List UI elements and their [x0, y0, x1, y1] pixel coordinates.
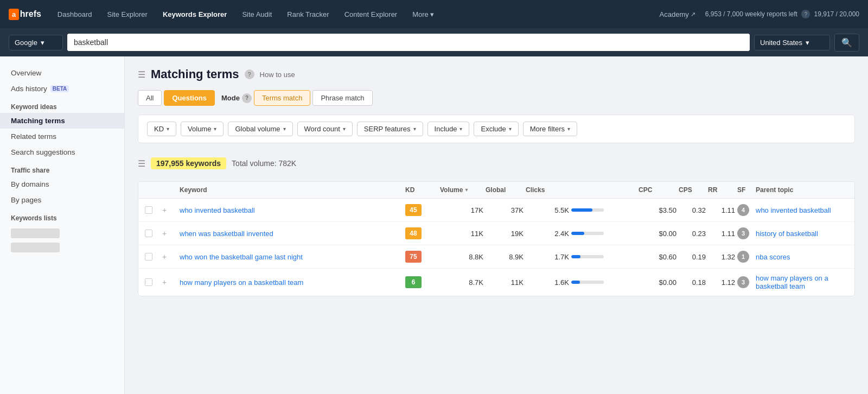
- search-bar: Google ▾ United States ▾ 🔍: [0, 28, 868, 56]
- row-add[interactable]: +: [162, 229, 177, 238]
- sidebar-ads-label: Ads history: [11, 85, 47, 93]
- sidebar-item-overview[interactable]: Overview: [0, 65, 124, 81]
- bar-fill: [571, 232, 584, 235]
- row-cps: 0.18: [679, 278, 706, 287]
- bar-track: [571, 281, 604, 284]
- row-clicks: 2.4K: [526, 230, 569, 238]
- sf-badge: 3: [737, 227, 749, 239]
- filter-volume[interactable]: Volume ▾: [181, 122, 224, 136]
- tab-phrase-match[interactable]: Phrase match: [312, 90, 372, 106]
- sidebar-item-ads-history[interactable]: Ads history BETA: [0, 81, 124, 97]
- parent-topic-link[interactable]: how many players on a basketball team: [756, 274, 828, 290]
- add-icon[interactable]: +: [162, 252, 167, 261]
- sidebar: Overview Ads history BETA Keyword ideas …: [0, 56, 125, 394]
- word-count-chevron-icon: ▾: [343, 126, 346, 132]
- parent-topic-link[interactable]: nba scores: [756, 253, 790, 261]
- parent-topic-link[interactable]: who invented basketball: [756, 206, 831, 214]
- keyword-link[interactable]: who invented basketball: [180, 206, 255, 214]
- row-cpc: $0.00: [639, 230, 676, 238]
- keyword-link[interactable]: how many players on a basketball team: [180, 278, 303, 287]
- nav-site-audit[interactable]: Site Audit: [237, 10, 277, 18]
- data-table: Keyword KD Volume ▼ Global Clicks CPC CP…: [138, 181, 855, 296]
- add-icon[interactable]: +: [162, 206, 167, 214]
- engine-select[interactable]: Google ▾: [9, 35, 63, 50]
- sort-icon[interactable]: ☰: [138, 158, 145, 169]
- nav-dashboard[interactable]: Dashboard: [52, 10, 98, 18]
- hamburger-icon[interactable]: ☰: [138, 69, 145, 80]
- row-kd: 75: [405, 251, 438, 263]
- row-volume: 17K: [440, 206, 483, 214]
- sidebar-item-by-pages[interactable]: By pages: [0, 192, 124, 208]
- row-clicks-bar: [571, 281, 636, 284]
- filter-global-volume[interactable]: Global volume ▾: [228, 122, 292, 136]
- nav-more[interactable]: More ▾: [407, 10, 439, 18]
- row-checkbox[interactable]: [145, 230, 160, 237]
- sidebar-by-domains-label: By domains: [11, 180, 49, 188]
- row-clicks-bar: [571, 255, 636, 258]
- col-volume-header[interactable]: Volume ▼: [440, 186, 483, 194]
- nav-rank-tracker[interactable]: Rank Tracker: [282, 10, 334, 18]
- row-checkbox[interactable]: [145, 278, 160, 286]
- table-header: Keyword KD Volume ▼ Global Clicks CPC CP…: [138, 182, 854, 199]
- volume-sort-icon: ▼: [464, 187, 469, 193]
- row-clicks-bar: [571, 208, 636, 212]
- search-button[interactable]: 🔍: [834, 34, 859, 52]
- tab-questions[interactable]: Questions: [164, 90, 215, 106]
- row-global: 19K: [486, 230, 524, 238]
- keyword-link[interactable]: when was basketball invented: [180, 230, 273, 238]
- row-add[interactable]: +: [162, 278, 177, 287]
- add-icon[interactable]: +: [162, 229, 167, 238]
- how-to-use-link[interactable]: How to use: [260, 71, 295, 79]
- col-cps-header: CPS: [679, 186, 706, 194]
- table-row: + when was basketball invented 48 11K 19…: [138, 222, 854, 245]
- col-rr-header: RR: [708, 186, 735, 194]
- row-rr: 1.32: [708, 253, 735, 261]
- add-icon[interactable]: +: [162, 278, 167, 287]
- row-cpc: $3.50: [639, 206, 676, 214]
- filter-word-count[interactable]: Word count ▾: [297, 122, 353, 136]
- filter-include[interactable]: Include ▾: [427, 122, 470, 136]
- global-volume-chevron-icon: ▾: [283, 126, 286, 132]
- country-select[interactable]: United States ▾: [754, 35, 830, 50]
- exclude-chevron-icon: ▾: [509, 126, 512, 132]
- row-clicks: 5.5K: [526, 206, 569, 214]
- sidebar-item-search-suggestions[interactable]: Search suggestions: [0, 144, 124, 160]
- row-keyword: when was basketball invented: [180, 230, 403, 238]
- tab-all[interactable]: All: [138, 90, 162, 106]
- row-volume: 8.7K: [440, 278, 483, 287]
- parent-topic-link[interactable]: history of basketball: [756, 230, 818, 238]
- row-checkbox[interactable]: [145, 206, 160, 214]
- row-add[interactable]: +: [162, 206, 177, 214]
- filter-serp-features[interactable]: SERP features ▾: [357, 122, 423, 136]
- logo-icon: a: [9, 9, 19, 20]
- filter-exclude[interactable]: Exclude ▾: [474, 122, 518, 136]
- row-add[interactable]: +: [162, 252, 177, 261]
- keyword-link[interactable]: who won the basketball game last night: [180, 253, 303, 261]
- row-checkbox[interactable]: [145, 253, 160, 260]
- help-icon[interactable]: ?: [245, 69, 254, 79]
- help-icon-reports[interactable]: ?: [801, 10, 810, 18]
- col-parent-topic-header: Parent topic: [756, 186, 848, 194]
- filter-more[interactable]: More filters ▾: [523, 122, 577, 136]
- nav-content-explorer[interactable]: Content Explorer: [339, 10, 403, 18]
- row-sf: 1: [737, 251, 754, 263]
- table-body: + who invented basketball 45 17K 37K 5.5…: [138, 199, 854, 296]
- sf-badge: 4: [737, 204, 749, 216]
- search-input[interactable]: [67, 34, 750, 51]
- filter-kd[interactable]: KD ▾: [147, 122, 176, 136]
- nav-keywords-explorer[interactable]: Keywords Explorer: [157, 10, 233, 18]
- sidebar-item-by-domains[interactable]: By domains: [0, 176, 124, 192]
- row-sf: 3: [737, 276, 754, 288]
- col-sf-header: SF: [737, 186, 754, 194]
- row-volume: 11K: [440, 230, 483, 238]
- sidebar-item-related-terms[interactable]: Related terms: [0, 129, 124, 144]
- sidebar-search-suggestions-label: Search suggestions: [11, 148, 75, 156]
- sidebar-item-matching-terms[interactable]: Matching terms: [0, 113, 124, 129]
- tab-terms-match[interactable]: Terms match: [254, 90, 310, 106]
- nav-academy[interactable]: Academy ↗: [654, 10, 701, 18]
- row-sf: 3: [737, 227, 754, 239]
- logo[interactable]: a hrefs: [9, 9, 41, 20]
- more-filters-chevron-icon: ▾: [567, 126, 570, 132]
- nav-site-explorer[interactable]: Site Explorer: [101, 10, 152, 18]
- mode-help-icon[interactable]: ?: [242, 93, 252, 103]
